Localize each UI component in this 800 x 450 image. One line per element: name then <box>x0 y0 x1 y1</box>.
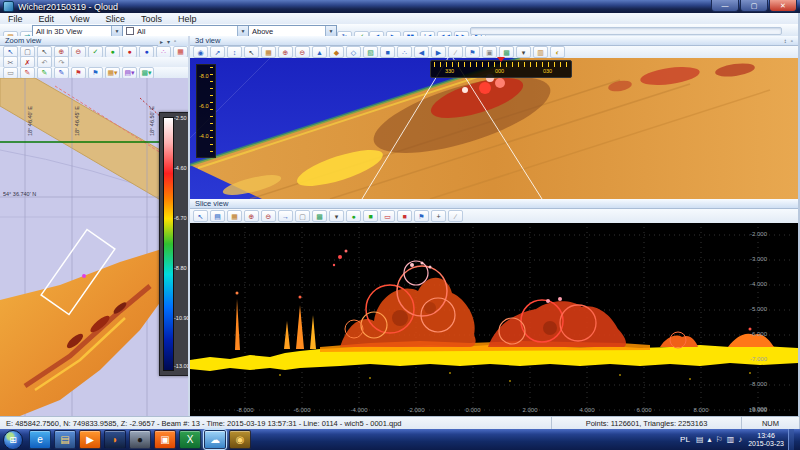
next-slice-icon[interactable]: → <box>278 210 293 222</box>
reject-point-icon[interactable]: ■ <box>397 210 412 222</box>
taskbar-explorer-icon[interactable]: ▤ <box>54 430 76 449</box>
start-button[interactable]: ⊞ <box>3 430 23 450</box>
taskbar-qloud-icon[interactable]: ☁ <box>204 430 226 449</box>
time-slider[interactable] <box>470 27 782 35</box>
menu-file[interactable]: File <box>0 14 31 24</box>
taskbar-ie-icon[interactable]: e <box>29 430 51 449</box>
accept-box-icon[interactable]: ■ <box>363 210 378 222</box>
bg-select-icon[interactable]: ▢ <box>295 210 310 222</box>
color-gradient-bar <box>163 117 174 371</box>
float-icon[interactable]: ▫ <box>791 38 793 44</box>
pin-red-icon[interactable]: ⚑ <box>71 67 86 79</box>
flag-icon[interactable]: ⚑ <box>414 210 429 222</box>
slice-viewport[interactable]: -2.000-3.000-4.000-5.000-6.000-7.000-8.0… <box>190 223 798 416</box>
measure-icon[interactable]: ∕ <box>448 46 463 58</box>
points-icon[interactable]: ∴ <box>397 46 412 58</box>
three-d-view-caption[interactable]: 3d view ↕▫ <box>190 36 798 46</box>
accept-icon[interactable]: ✓ <box>88 46 103 58</box>
zoom-in-icon[interactable]: ⊕ <box>244 210 259 222</box>
fly-icon[interactable]: ↗ <box>210 46 225 58</box>
zoom-out-icon[interactable]: ⊖ <box>261 210 276 222</box>
snapshot-icon[interactable]: ▣ <box>482 46 497 58</box>
filter-checkbox[interactable] <box>126 27 134 35</box>
taskbar-media-icon[interactable]: ▶ <box>79 430 101 449</box>
zoom-in-icon[interactable]: ⊕ <box>278 46 293 58</box>
menu-slice[interactable]: Slice <box>97 14 133 24</box>
save-image-icon[interactable]: ▤ <box>210 210 225 222</box>
grid-icon[interactable]: ▦ <box>261 46 276 58</box>
zoom-out-icon[interactable]: ⊖ <box>295 46 310 58</box>
pointer-icon[interactable]: ↖ <box>193 210 208 222</box>
accept-point-icon[interactable]: ● <box>346 210 361 222</box>
annotate-icon[interactable]: ⚑ <box>465 46 480 58</box>
menu-view[interactable]: View <box>62 14 97 24</box>
pencil-blue-icon[interactable]: ✎ <box>54 67 69 79</box>
point-green-icon[interactable]: ● <box>105 46 120 58</box>
taskbar-qinsy-icon[interactable]: ▣ <box>154 430 176 449</box>
layers-dropdown-icon[interactable]: ▦▾ <box>105 67 120 79</box>
z-scale-label: -4.0 <box>199 133 208 139</box>
profile-icon[interactable]: ∴ <box>156 46 171 58</box>
shade-icon[interactable]: ◆ <box>329 46 344 58</box>
menu-help[interactable]: Help <box>170 14 205 24</box>
taskbar-sphere-icon[interactable]: ● <box>129 430 151 449</box>
chevron-down-icon[interactable]: ▼ <box>237 26 248 36</box>
zoom-out-icon[interactable]: ⊖ <box>71 46 86 58</box>
pencil-green-icon[interactable]: ✎ <box>37 67 52 79</box>
info-icon[interactable]: ▦ <box>173 46 188 58</box>
reject-box-icon[interactable]: ▭ <box>380 210 395 222</box>
colormap-select-icon[interactable]: ▩ <box>312 210 327 222</box>
grid-icon[interactable]: ▦ <box>227 210 242 222</box>
texture-icon[interactable]: ▧ <box>363 46 378 58</box>
tray-language-indicator[interactable]: PL <box>680 435 690 444</box>
add-icon[interactable]: + <box>431 210 446 222</box>
taskbar-globe-icon[interactable]: ◉ <box>229 430 251 449</box>
float-icon[interactable]: ▫ <box>174 38 176 44</box>
tray-network-icon[interactable]: ▥ <box>727 435 735 444</box>
taskbar-excel-icon[interactable]: X <box>179 430 201 449</box>
pin-blue-icon[interactable]: ⚑ <box>88 67 103 79</box>
background-icon[interactable]: ▥ <box>533 46 548 58</box>
colormap-arrow-icon[interactable]: ▾ <box>329 210 344 222</box>
solid-icon[interactable]: ■ <box>380 46 395 58</box>
menu-edit[interactable]: Edit <box>31 14 63 24</box>
tray-keyboard-icon[interactable]: ▤ <box>696 435 704 444</box>
chevron-down-icon[interactable]: ▼ <box>111 26 122 36</box>
tray-up-icon[interactable]: ▴ <box>707 435 711 444</box>
ruler-icon[interactable]: ∕ <box>448 210 463 222</box>
close-button[interactable]: ✕ <box>769 0 797 12</box>
taskbar-firefox-icon[interactable]: ◗ <box>104 430 126 449</box>
title-bar[interactable]: Wicher20150319 - Qloud —▢✕ <box>0 0 800 13</box>
autohide-icon[interactable]: ↕ <box>784 38 787 44</box>
top-view-icon[interactable]: ▲ <box>312 46 327 58</box>
maximize-button[interactable]: ▢ <box>740 0 768 12</box>
rect-select-icon[interactable]: ▭ <box>3 67 18 79</box>
menu-tools[interactable]: Tools <box>133 14 170 24</box>
prev-view-icon[interactable]: ◀ <box>414 46 429 58</box>
dropdown-icon[interactable]: ▾ <box>167 38 170 45</box>
chevron-down-icon[interactable]: ▼ <box>325 26 336 36</box>
slice-view-caption[interactable]: Slice view <box>190 199 798 209</box>
tray-volume-icon[interactable]: ♪ <box>738 435 742 444</box>
taskbar-clock[interactable]: 13:46 2015-03-23 <box>748 432 784 448</box>
minimize-button[interactable]: — <box>711 0 739 12</box>
depth-color-legend[interactable]: -2.50-4.60-6.70-8.80-10.90-13.00 <box>159 112 191 376</box>
three-d-canvas[interactable] <box>190 58 798 199</box>
next-view-icon[interactable]: ▶ <box>431 46 446 58</box>
colormap-arrow-icon[interactable]: ▾ <box>516 46 531 58</box>
orbit-icon[interactable]: ◉ <box>193 46 208 58</box>
wireframe-icon[interactable]: ◇ <box>346 46 361 58</box>
show-desktop-button[interactable] <box>788 429 794 450</box>
point-blue-icon[interactable]: ● <box>139 46 154 58</box>
zoom-view-caption[interactable]: Zoom view <box>0 36 158 46</box>
lighting-icon[interactable]: ◐ <box>550 46 565 58</box>
point-red-icon[interactable]: ● <box>122 46 137 58</box>
grid-dropdown-icon[interactable]: ▤▾ <box>122 67 137 79</box>
select-icon[interactable]: ↖ <box>244 46 259 58</box>
three-d-viewport[interactable]: 330000030 -8.0-6.0-4.0 <box>190 58 798 199</box>
z-scale-icon[interactable]: ↕ <box>227 46 242 58</box>
pencil-red-icon[interactable]: ✎ <box>20 67 35 79</box>
tray-flag-icon[interactable]: ⚐ <box>715 435 722 444</box>
pin-icon[interactable]: ▸ <box>160 38 163 45</box>
palette-dropdown-icon[interactable]: ▩▾ <box>139 67 154 79</box>
